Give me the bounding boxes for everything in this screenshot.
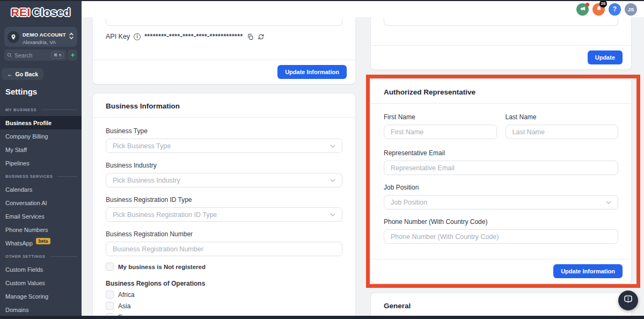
- command-k-shortcut: ⌘ K: [51, 52, 64, 59]
- sidebar-item-custom-fields[interactable]: Custom Fields: [0, 263, 82, 276]
- general-card: General: [370, 293, 632, 319]
- phone-number-input[interactable]: [384, 229, 618, 244]
- nav-section-business-services: BUSINESS SERVICES: [0, 170, 82, 183]
- business-industry-label: Business Industry: [106, 162, 342, 169]
- sidebar-item-email-services[interactable]: Email Services: [0, 209, 82, 223]
- sidebar-item-calendars[interactable]: Calendars: [0, 183, 82, 196]
- company-data-card: Update: [370, 17, 632, 70]
- chevron-down-icon: [330, 144, 335, 148]
- go-back-button[interactable]: ← Go Back: [2, 68, 43, 80]
- region-row-africa: Africa: [106, 291, 342, 299]
- registration-id-type-field: Business Registration ID Type Pick Busin…: [106, 196, 342, 222]
- authorized-representative-card: Authorized Representative First Name Las…: [370, 79, 632, 284]
- notifications-button[interactable]: 26: [592, 3, 605, 16]
- account-name: DEMO ACCOUNT: [23, 32, 66, 38]
- nav-section-other-settings: OTHER SETTINGS: [0, 250, 82, 263]
- sidebar-item-domains[interactable]: Domains: [0, 303, 82, 316]
- chevron-down-icon: [330, 213, 335, 216]
- region-checkbox-africa[interactable]: [106, 291, 114, 299]
- not-registered-checkbox[interactable]: [106, 263, 114, 271]
- first-name-input[interactable]: [384, 125, 497, 139]
- location-pin-icon: [8, 31, 19, 43]
- authorized-representative-title: Authorized Representative: [384, 88, 475, 96]
- nav-section-my-business: MY BUSINESS: [0, 103, 82, 116]
- last-name-field: Last Name: [506, 113, 619, 139]
- avatar[interactable]: JS: [625, 3, 637, 16]
- help-button[interactable]: ?: [609, 3, 621, 16]
- sidebar-item-my-staff[interactable]: My Staff: [0, 143, 82, 156]
- last-name-input[interactable]: [506, 125, 619, 139]
- ai-sparkle-button[interactable]: [68, 49, 77, 61]
- regions-label: Business Regions of Operations: [106, 280, 342, 287]
- search-icon: [7, 50, 12, 60]
- sidebar-item-pipelines[interactable]: Pipelines: [0, 156, 82, 170]
- highlight-red-box: Authorized Representative First Name Las…: [366, 75, 640, 288]
- first-name-field: First Name: [384, 113, 497, 139]
- chevron-down-icon: [330, 179, 335, 182]
- region-checkbox-asia[interactable]: [106, 302, 114, 310]
- sidebar-item-conversation-ai[interactable]: Conversation AI: [0, 196, 82, 209]
- api-key-row: API Key i ********-****-****-****-******…: [93, 33, 355, 40]
- chevron-updown-icon: [69, 32, 74, 42]
- topbar: 26 ? JS: [82, 1, 644, 17]
- brand-logo: REIClosed: [0, 0, 82, 19]
- refresh-icon[interactable]: [258, 33, 265, 40]
- sidebar-item-phone-numbers[interactable]: Phone Numbers: [0, 223, 82, 236]
- back-arrow-icon: ←: [7, 71, 13, 77]
- notification-count-badge: 26: [599, 0, 607, 8]
- update-button[interactable]: Update: [588, 50, 623, 64]
- support-chat-button[interactable]: [618, 291, 638, 310]
- business-information-title: Business Information: [106, 102, 180, 110]
- megaphone-icon: [580, 4, 586, 14]
- announcements-button[interactable]: [576, 3, 589, 16]
- sparkle-icon: [70, 50, 76, 60]
- sidebar-item-custom-values[interactable]: Custom Values: [0, 276, 82, 289]
- regions-group: Business Regions of Operations Africa As…: [106, 280, 342, 319]
- registration-number-input[interactable]: [106, 242, 342, 256]
- job-position-field: Job Position Job Position: [384, 184, 618, 209]
- logo-part-rei: REI: [11, 6, 31, 18]
- general-title: General: [384, 302, 411, 310]
- registration-number-label: Business Registration Number: [106, 230, 342, 238]
- sidebar-item-business-profile[interactable]: Business Profile: [0, 116, 82, 129]
- first-name-label: First Name: [384, 113, 497, 121]
- search-input[interactable]: Search ⌘ K: [4, 49, 67, 61]
- search-placeholder: Search: [14, 52, 51, 59]
- job-position-select[interactable]: Job Position: [384, 195, 618, 209]
- window-bottom-edge: [0, 316, 644, 319]
- chat-bubble-info-icon: [623, 294, 634, 307]
- update-information-button[interactable]: Update Information: [553, 264, 623, 278]
- settings-nav: MY BUSINESS Business Profile Company Bil…: [0, 103, 82, 316]
- beta-badge: beta: [36, 238, 50, 244]
- sidebar-item-whatsapp[interactable]: WhatsApp beta: [0, 236, 82, 250]
- representative-email-input[interactable]: [384, 161, 618, 175]
- registration-id-type-select[interactable]: Pick Business Registration ID Type: [106, 207, 342, 222]
- copy-icon[interactable]: [247, 33, 254, 40]
- update-information-button[interactable]: Update Information: [277, 65, 347, 79]
- registration-number-field: Business Registration Number: [106, 230, 342, 256]
- not-registered-label: My business is Not registered: [118, 264, 206, 270]
- cropped-input[interactable]: [384, 18, 618, 26]
- cropped-input[interactable]: [106, 18, 342, 26]
- phone-number-field: Phone Number (With Country Code): [384, 218, 618, 244]
- sidebar-item-manage-scoring[interactable]: Manage Scoring: [0, 289, 82, 303]
- avatar-initials: JS: [628, 6, 634, 12]
- api-key-label: API Key: [106, 33, 130, 40]
- logo-part-closed: Closed: [32, 6, 70, 18]
- sidebar-item-company-billing[interactable]: Company Billing: [0, 129, 82, 143]
- account-switcher[interactable]: DEMO ACCOUNT Alexandria, VA: [4, 27, 77, 47]
- phone-number-label: Phone Number (With Country Code): [384, 218, 618, 226]
- registration-id-type-label: Business Registration ID Type: [106, 196, 342, 204]
- sidebar: REIClosed DEMO ACCOUNT Alexandria, VA Se…: [0, 0, 82, 319]
- go-back-label: Go Back: [16, 71, 39, 77]
- business-type-select[interactable]: Pick Business Type: [106, 139, 342, 153]
- business-type-field: Business Type Pick Business Type: [106, 127, 342, 153]
- api-key-masked-value: ********-****-****-****-************: [144, 33, 243, 40]
- region-row-asia: Asia: [106, 302, 342, 310]
- last-name-label: Last Name: [506, 113, 619, 121]
- job-position-label: Job Position: [384, 184, 618, 191]
- question-mark-icon: ?: [613, 5, 617, 13]
- settings-heading: Settings: [5, 87, 37, 96]
- info-icon[interactable]: i: [134, 33, 141, 40]
- business-industry-select[interactable]: Pick Business Industry: [106, 173, 342, 187]
